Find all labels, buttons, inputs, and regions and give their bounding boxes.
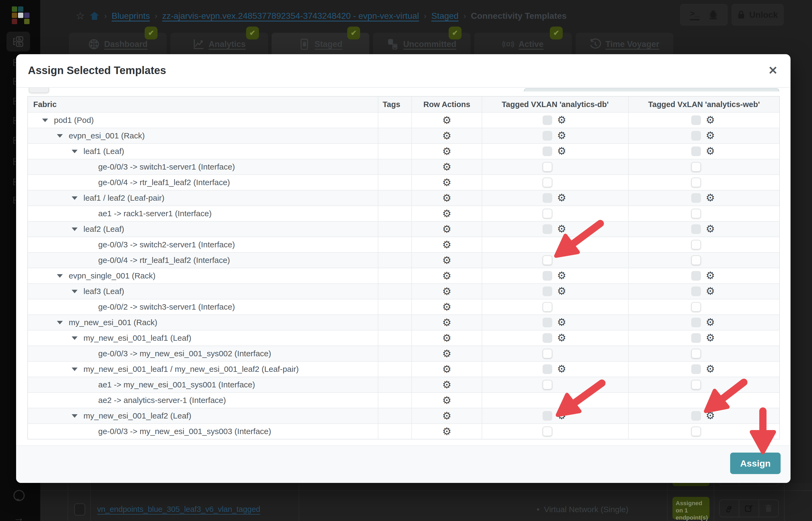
vxlan-analytics-db-checkbox[interactable]: [543, 255, 552, 265]
chat-icon[interactable]: [14, 490, 25, 501]
row-actions-gear-icon[interactable]: ⚙: [442, 380, 451, 390]
vxlan-gear-icon[interactable]: ⚙: [557, 270, 566, 280]
row-actions-gear-icon[interactable]: ⚙: [442, 193, 451, 203]
vxlan-gear-icon[interactable]: ⚙: [706, 364, 715, 374]
vxlan-gear-icon[interactable]: ⚙: [557, 286, 566, 296]
vxlan-gear-icon[interactable]: ⚙: [557, 410, 566, 421]
vxlan-analytics-db-checkbox[interactable]: [543, 178, 552, 187]
caret-down-icon[interactable]: [72, 196, 77, 200]
row-actions-gear-icon[interactable]: ⚙: [442, 271, 451, 281]
row-actions-gear-icon[interactable]: ⚙: [442, 146, 451, 156]
vxlan-analytics-web-checkbox[interactable]: [691, 380, 701, 389]
vxlan-analytics-db-checkbox[interactable]: [543, 302, 552, 312]
staged-icon: [298, 38, 310, 50]
vxlan-gear-icon[interactable]: ⚙: [557, 146, 566, 156]
vxlan-analytics-web-checkbox[interactable]: [691, 427, 701, 436]
home-icon[interactable]: [90, 12, 99, 20]
caret-down-icon[interactable]: [72, 414, 77, 418]
clipped-search-input[interactable]: [524, 88, 779, 91]
row-actions-gear-icon[interactable]: ⚙: [442, 286, 451, 296]
vxlan-analytics-db-checkbox[interactable]: [543, 209, 552, 218]
vxlan-gear-icon[interactable]: ⚙: [706, 333, 715, 343]
row-actions-gear-icon[interactable]: ⚙: [442, 302, 451, 312]
row-actions-gear-icon[interactable]: ⚙: [442, 364, 451, 374]
vxlan-analytics-web-checkbox[interactable]: [691, 302, 701, 312]
breadcrumb-link[interactable]: Staged: [431, 11, 458, 21]
row-actions-cell: ⚙: [411, 222, 482, 236]
app-logo[interactable]: [12, 6, 30, 25]
vxlan-gear-icon[interactable]: ⚙: [706, 410, 715, 421]
row-actions-gear-icon[interactable]: ⚙: [442, 426, 451, 436]
row-actions-gear-icon[interactable]: ⚙: [442, 317, 451, 327]
vxlan-gear-icon[interactable]: ⚙: [706, 130, 715, 141]
vxlan-analytics-db-checkbox[interactable]: ✔: [543, 240, 552, 249]
breadcrumb-link[interactable]: zz-ajarvis-evpn.vex.2485377892354-374324…: [162, 11, 419, 21]
caret-down-icon[interactable]: [57, 134, 63, 138]
vxlan-gear-icon[interactable]: ⚙: [557, 130, 566, 141]
caret-down-icon[interactable]: [72, 227, 77, 231]
row-actions-gear-icon[interactable]: ⚙: [442, 177, 451, 187]
caret-down-icon[interactable]: [72, 150, 77, 153]
vxlan-gear-icon[interactable]: ⚙: [557, 364, 566, 374]
vxlan-gear-icon[interactable]: ⚙: [706, 192, 715, 203]
endpoint-link[interactable]: vn_endpoints_blue_305_leaf3_v6_vlan_tagg…: [97, 505, 260, 514]
vxlan-analytics-db-checkbox[interactable]: [543, 162, 552, 172]
sidebar-item-blueprints[interactable]: [6, 32, 30, 51]
caret-down-icon[interactable]: [42, 119, 48, 122]
vxlan-analytics-web-checkbox[interactable]: [691, 209, 701, 218]
caret-down-icon[interactable]: [57, 274, 63, 278]
vxlan-gear-icon[interactable]: ⚙: [557, 224, 566, 234]
vxlan-gear-icon[interactable]: ⚙: [557, 115, 566, 125]
vxlan-analytics-db-checkbox[interactable]: [543, 349, 552, 358]
row-actions-gear-icon[interactable]: ⚙: [442, 162, 451, 172]
devtools-button-group[interactable]: >_: [680, 4, 727, 25]
row-actions-gear-icon[interactable]: ⚙: [442, 255, 451, 265]
row-actions-gear-icon[interactable]: ⚙: [442, 348, 451, 359]
star-icon[interactable]: ☆: [76, 10, 85, 22]
vxlan-analytics-db-checkbox[interactable]: [543, 427, 552, 436]
vxlan-gear-icon[interactable]: ⚙: [706, 317, 715, 327]
row-actions-gear-icon[interactable]: ⚙: [442, 395, 451, 405]
vxlan-gear-icon[interactable]: ⚙: [706, 146, 715, 156]
vxlan-gear-icon[interactable]: ⚙: [706, 115, 715, 125]
edit-icon[interactable]: [739, 500, 758, 517]
unlock-button[interactable]: Unlock: [732, 4, 784, 25]
vxlan-analytics-web-checkbox[interactable]: [691, 255, 701, 265]
row-actions-gear-icon[interactable]: ⚙: [442, 411, 451, 421]
caret-down-icon[interactable]: [57, 321, 63, 324]
vxlan-gear-icon[interactable]: ⚙: [706, 286, 715, 296]
row-actions-gear-icon[interactable]: ⚙: [442, 131, 451, 141]
assign-button[interactable]: Assign: [730, 453, 781, 474]
row-actions-gear-icon[interactable]: ⚙: [442, 240, 451, 250]
caret-down-icon[interactable]: [72, 336, 77, 340]
vxlan-analytics-db-checkbox[interactable]: [543, 380, 552, 389]
vxlan-gear-icon[interactable]: ⚙: [557, 192, 566, 203]
bug-icon[interactable]: [709, 10, 718, 20]
background-row-checkbox[interactable]: [74, 503, 85, 516]
vxlan-analytics-web-checkbox[interactable]: [691, 178, 701, 187]
vxlan-analytics-web-checkbox-cell: ⚙: [628, 331, 779, 345]
breadcrumb-link[interactable]: Blueprints: [112, 11, 150, 21]
vxlan-analytics-web-checkbox[interactable]: [691, 349, 701, 358]
delete-icon[interactable]: [759, 500, 778, 517]
vxlan-gear-icon[interactable]: ⚙: [706, 224, 715, 234]
vxlan-analytics-web-checkbox[interactable]: [691, 162, 701, 172]
close-icon[interactable]: ✕: [768, 64, 777, 77]
terminal-icon[interactable]: >_: [690, 9, 700, 20]
vxlan-gear-icon[interactable]: ⚙: [557, 333, 566, 343]
logout-icon[interactable]: →: [14, 512, 24, 521]
vxlan-analytics-web-checkbox[interactable]: [691, 240, 701, 249]
vxlan-analytics-web-checkbox[interactable]: ✔: [691, 395, 701, 405]
row-actions-gear-icon[interactable]: ⚙: [442, 115, 451, 125]
clipped-toolbar-button[interactable]: [29, 88, 49, 93]
row-actions-gear-icon[interactable]: ⚙: [442, 224, 451, 234]
vxlan-gear-icon[interactable]: ⚙: [557, 317, 566, 327]
caret-down-icon[interactable]: [72, 367, 77, 371]
caret-down-icon[interactable]: [72, 290, 77, 293]
row-actions-gear-icon[interactable]: ⚙: [442, 333, 451, 343]
vxlan-gear-icon[interactable]: ⚙: [706, 270, 715, 280]
vxlan-analytics-db-checkbox[interactable]: ✔: [543, 395, 552, 405]
link-icon[interactable]: [720, 500, 739, 517]
row-actions-gear-icon[interactable]: ⚙: [442, 208, 451, 219]
tab-time-voyager[interactable]: Time Voyager: [576, 33, 673, 56]
